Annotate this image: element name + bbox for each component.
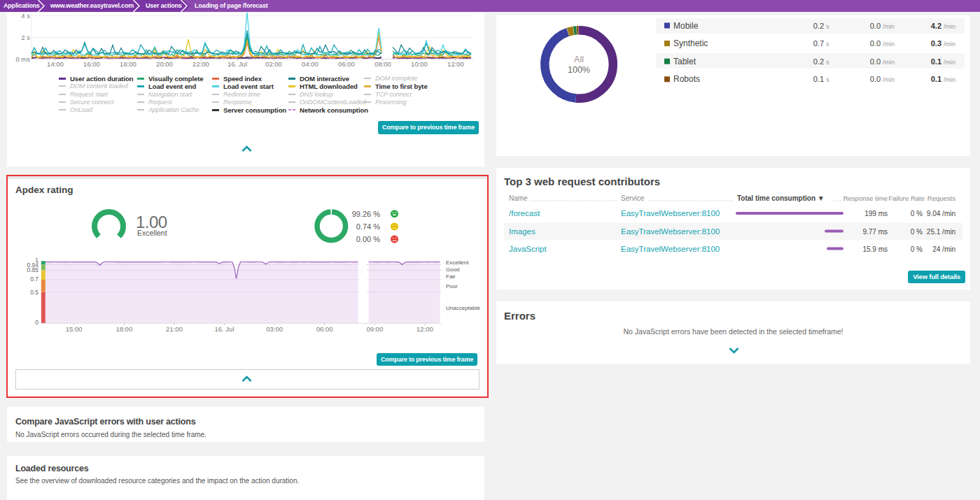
svg-text:0.2: 0.2 [813,57,824,66]
svg-text:EasyTravelWebserver:8100: EasyTravelWebserver:8100 [621,245,720,253]
svg-text:0.0: 0.0 [870,75,881,83]
svg-text:0.0: 0.0 [870,22,881,30]
svg-text:0 %: 0 % [911,210,923,217]
svg-text:4 s: 4 s [21,13,30,20]
svg-text:0.0: 0.0 [870,57,881,66]
svg-text:10:00: 10:00 [411,60,428,68]
svg-text:20:00: 20:00 [156,60,173,68]
svg-text:0 %: 0 % [911,245,923,253]
svg-text:15.9 ms: 15.9 ms [862,245,888,253]
svg-text:Requests: Requests [927,194,955,202]
svg-text:16. Jul: 16. Jul [227,60,247,68]
svg-text:0: 0 [35,319,38,326]
svg-text:22:00: 22:00 [192,60,209,68]
svg-text:/min: /min [944,76,955,83]
svg-text:9.77 ms: 9.77 ms [862,228,888,236]
svg-text:03:00: 03:00 [266,325,283,333]
svg-text:/min: /min [883,23,895,30]
svg-text:/min: /min [944,41,955,48]
svg-text:16. Jul: 16. Jul [215,325,234,333]
svg-text:Unacceptable: Unacceptable [446,305,480,311]
svg-text:0.74 %: 0.74 % [356,222,380,231]
svg-text:EasyTravelWebserver:8100: EasyTravelWebserver:8100 [621,227,720,236]
svg-text:09:00: 09:00 [366,325,383,333]
svg-text:02:00: 02:00 [265,60,282,68]
svg-text:24 /min: 24 /min [932,245,955,253]
svg-text:18:00: 18:00 [115,325,132,333]
svg-text:0.00 %: 0.00 % [356,235,380,243]
svg-text:16:00: 16:00 [83,60,100,68]
svg-text:/min: /min [883,41,895,48]
svg-text:Response time: Response time [844,194,888,202]
svg-text:2 s: 2 s [21,34,30,41]
svg-text:/min: /min [944,23,955,30]
svg-text:0 %: 0 % [911,228,923,236]
svg-text:0 ms: 0 ms [15,55,30,63]
svg-text:Fair: Fair [446,273,456,280]
svg-text:/forecast: /forecast [509,209,540,217]
svg-text:s: s [826,23,830,30]
svg-text:15:00: 15:00 [66,325,83,333]
svg-text:08:00: 08:00 [374,60,391,68]
svg-text:18:00: 18:00 [120,60,136,68]
svg-text:s: s [826,59,830,66]
svg-text:Mobile: Mobile [673,21,699,31]
svg-text:0.85: 0.85 [27,266,38,273]
svg-text:0.1: 0.1 [931,57,941,66]
svg-text:Excellent: Excellent [446,259,469,266]
svg-text:25.1 /min: 25.1 /min [927,228,955,236]
svg-text:s: s [826,41,830,48]
svg-text:Tablet: Tablet [673,57,696,66]
svg-text:Poor: Poor [446,283,458,290]
svg-text:All: All [574,55,584,64]
svg-text:/min: /min [883,76,895,83]
svg-text:06:00: 06:00 [338,60,355,68]
svg-text:12:00: 12:00 [447,60,464,68]
svg-text:0.1: 0.1 [931,75,941,83]
svg-text:Images: Images [509,227,536,236]
svg-text:Good: Good [446,266,460,273]
svg-text:EasyTravelWebserver:8100: EasyTravelWebserver:8100 [621,209,720,217]
svg-text:0.7: 0.7 [30,276,38,283]
svg-text:0.3: 0.3 [931,39,941,48]
svg-text:0.0: 0.0 [870,39,881,48]
svg-text:/min: /min [944,59,955,66]
svg-text:0.2: 0.2 [813,22,824,30]
svg-text:99.26 %: 99.26 % [352,210,381,218]
svg-text:06:00: 06:00 [316,325,333,333]
svg-text:0.5: 0.5 [30,289,38,296]
svg-text:s: s [826,76,830,83]
svg-text:Name: Name [509,194,528,202]
svg-text:12:00: 12:00 [416,325,433,333]
svg-text:Robots: Robots [673,74,700,84]
svg-text:100%: 100% [568,65,590,75]
svg-text:/min: /min [883,59,895,66]
svg-text:199 ms: 199 ms [864,210,888,217]
svg-text:9.04 /min: 9.04 /min [927,210,955,217]
svg-text:Total time consumption ▼: Total time consumption ▼ [737,194,825,202]
svg-text:21:00: 21:00 [166,325,183,333]
svg-text:0.7: 0.7 [813,39,824,48]
svg-text:14:00: 14:00 [47,60,64,68]
svg-text:04:00: 04:00 [302,60,318,68]
svg-text:Synthetic: Synthetic [673,38,708,48]
svg-text:0.1: 0.1 [813,75,824,83]
svg-text:Service: Service [621,194,645,202]
svg-text:4.2: 4.2 [931,22,941,30]
svg-text:JavaScript: JavaScript [509,245,547,253]
